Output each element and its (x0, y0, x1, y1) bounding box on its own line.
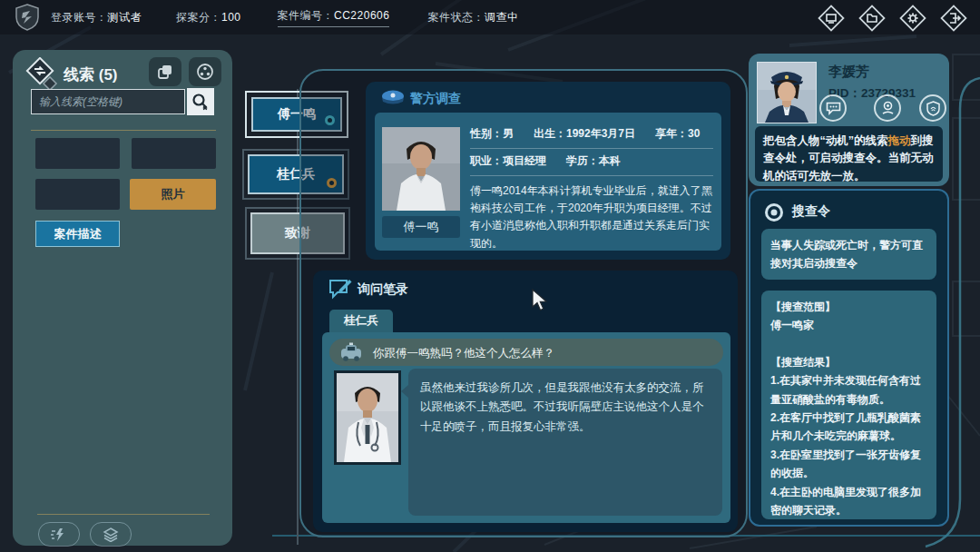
victim-profile-card: 傅一鸣 性别：男 出生：1992年3月7日 享年：30 职业：项目经理 学历：本… (375, 113, 721, 251)
tab-guirenbing[interactable]: 桂仁兵 (329, 310, 393, 332)
interrogation-title: 询问笔录 (358, 281, 408, 298)
photo-clue-button[interactable]: 照片 (130, 179, 216, 210)
question-row: 你跟傅一鸣熟吗？他这个人怎么样？ (329, 339, 723, 366)
game-screen: 登录账号：测试者 探案分：100 案件编号：CC220606 案件状态：调查中 (0, 0, 980, 552)
hint-text: 把包含人物“动机”的线索 (763, 134, 888, 147)
detail-row: 职业：项目经理 学历：本科 (470, 149, 713, 175)
search-result-item: 4.在主卧的电脑里发现了很多加密的聊天记录。 (770, 483, 927, 520)
detail-row: 性别：男 出生：1992年3月7日 享年：30 (470, 122, 713, 148)
warrant-result-box[interactable]: 【搜查范围】 傅一鸣家 【搜查结果】 1.在其家中并未发现任何含有过量亚硝酸盐的… (761, 291, 936, 519)
case-folder-button[interactable] (857, 3, 887, 34)
settings-gear-button[interactable] (897, 3, 928, 34)
monitor-button[interactable] (816, 3, 847, 34)
answer-bubble: 虽然他来过我诊所几次，但是我跟他没有太多的交流，所以跟他谈不上熟悉吧。不过我听隔… (408, 369, 722, 516)
clue-slot-1[interactable] (35, 138, 120, 169)
surveillance-button[interactable] (874, 94, 901, 122)
question-text: 你跟傅一鸣熟吗？他这个人怎么样？ (373, 346, 554, 361)
suspect-photo (757, 62, 817, 123)
interrogation-panel: 询问笔录 桂仁兵 你跟傅一鸣熟吗？他这个人怎么样？ 虽然他来过我诊所几次，但是我… (313, 271, 738, 532)
exit-button[interactable] (938, 3, 969, 34)
search-result-item: 1.在其家中并未发现任何含有过量亚硝酸盐的有毒物质。 (770, 371, 927, 409)
suspect-name: 李媛芳 (828, 64, 869, 81)
case-number: 案件编号：CC220606 (278, 8, 390, 27)
warrant-rule-box: 当事人失踪或死亡时，警方可直接对其启动搜查令 (761, 229, 936, 280)
layers-icon (103, 527, 119, 542)
clues-title: 线索 (5) (64, 64, 118, 85)
victim-photo (382, 127, 460, 211)
divider (37, 514, 210, 515)
flash-tool-button[interactable] (38, 522, 80, 547)
police-investigation-panel: 警方调查 傅一鸣 性别：男 出生：1992年3月7日 享年：30 职业：项目经理… (366, 82, 730, 260)
chat-record-button[interactable] (819, 94, 847, 122)
warrant-panel: 搜查令 当事人失踪或死亡时，警方可直接对其启动搜查令 【搜查范围】 傅一鸣家 【… (749, 189, 949, 527)
app-shield-logo-icon (15, 4, 40, 31)
drag-hint-box: 把包含人物“动机”的线索拖动到搜查令处，可启动搜查令。当前无动机的话可先放一放。 (755, 126, 943, 182)
divider (31, 130, 216, 131)
search-results-header: 【搜查结果】 (770, 353, 927, 371)
layers-tool-button[interactable] (90, 522, 132, 547)
search-button[interactable] (187, 88, 214, 115)
share-network-button[interactable] (189, 57, 221, 86)
top-right-toolbar (816, 3, 969, 34)
witness-photo (334, 370, 401, 465)
warrant-title: 搜查令 (792, 203, 830, 220)
hint-highlight: 拖动 (888, 134, 911, 147)
answer-text: 虽然他来过我诊所几次，但是我跟他没有太多的交流，所以跟他谈不上熟悉吧。不过我听隔… (420, 381, 704, 433)
chat-pen-icon (328, 276, 353, 301)
case-status: 案件状态：调查中 (427, 10, 518, 25)
copy-clues-button[interactable] (149, 57, 181, 86)
police-car-icon (338, 341, 365, 363)
webcam-person-icon (880, 101, 896, 115)
police-cap-icon (379, 87, 407, 109)
top-bar: 登录账号：测试者 探案分：100 案件编号：CC220606 案件状态：调查中 (0, 0, 980, 34)
suspect-card: 李媛芳 PID：23729331 把包含人物“动机”的线索拖动到搜查令处，可启动… (749, 54, 949, 186)
flash-icon (50, 527, 68, 542)
search-scope: 傅一鸣家 (770, 316, 927, 334)
search-result-item: 2.在客厅中找到了几瓶乳酸菌素片和几个未吃完的麻薯球。 (770, 409, 927, 446)
id-card-icon (826, 102, 841, 115)
clue-slot-3[interactable] (35, 179, 120, 210)
victim-details: 性别：男 出生：1992年3月7日 享年：30 职业：项目经理 学历：本科 傅一… (470, 122, 713, 252)
search-scope-header: 【搜查范围】 (770, 298, 927, 316)
login-account: 登录账号：测试者 (51, 10, 142, 25)
clue-slot-2[interactable] (132, 138, 216, 169)
target-icon (762, 201, 786, 224)
victim-description: 傅一鸣2014年本科计算机专业毕业后，就进入了黑袍科技公司工作，于2020年升职… (470, 176, 713, 252)
victim-photo-label: 傅一鸣 (382, 216, 460, 238)
police-panel-title: 警方调查 (410, 91, 461, 107)
chat-area: 你跟傅一鸣熟吗？他这个人怎么样？ 虽然他来过我诊所几次，但是我跟他没有太多的交流… (322, 332, 730, 523)
search-icon (191, 92, 211, 112)
clues-panel: 线索 (5) 照片 案件描述 (13, 50, 232, 546)
detective-score: 探案分：100 (176, 10, 241, 25)
evidence-shield-button[interactable] (919, 94, 946, 122)
case-description-button[interactable]: 案件描述 (35, 221, 120, 247)
mouse-cursor (531, 289, 549, 312)
fingerprint-shield-icon (926, 101, 940, 116)
search-result-item: 3.在卧室里找到了一张牙齿修复的收据。 (770, 446, 927, 483)
clue-search-input[interactable] (31, 89, 185, 114)
